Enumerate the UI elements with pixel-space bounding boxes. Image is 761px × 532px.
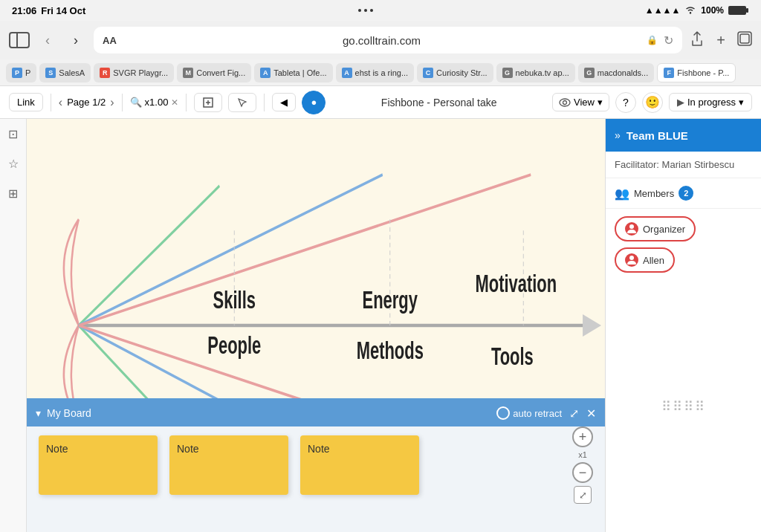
svg-text:Skills: Skills: [213, 287, 256, 314]
zoom-close-button[interactable]: ✕: [171, 97, 178, 108]
tab-tableta[interactable]: A Tableta | Ofe...: [254, 63, 332, 82]
team-header: » Team BLUE: [606, 119, 761, 152]
back-button[interactable]: ‹: [37, 30, 58, 51]
forward-button[interactable]: ›: [65, 30, 86, 51]
separator4: [264, 94, 265, 111]
main-layout: ⊡ ☆ ⊞: [0, 119, 761, 532]
zoom-in-button[interactable]: +: [572, 426, 593, 447]
zoom-level-label: x1: [578, 450, 587, 459]
members-icon: 👥: [615, 186, 629, 201]
progress-chevron-icon: ▾: [739, 97, 744, 108]
close-board-button[interactable]: ✕: [586, 406, 596, 421]
bookmark-icon[interactable]: ☆: [4, 155, 22, 172]
lock-icon: 🔒: [647, 35, 658, 45]
prev-button[interactable]: ◀: [272, 93, 296, 111]
page-info: Page 1/2: [67, 97, 106, 108]
sidebar-toggle[interactable]: [9, 32, 30, 48]
members-label: Members: [634, 188, 674, 199]
tab-nebuka[interactable]: G nebuka.tv ap...: [496, 63, 575, 82]
image-icon[interactable]: ⊞: [4, 184, 22, 202]
svg-rect-4: [740, 34, 749, 43]
address-bar[interactable]: AA go.colltrain.com 🔒 ↻: [94, 27, 682, 53]
select-tool-button[interactable]: [228, 93, 256, 112]
new-tab-button[interactable]: +: [716, 32, 725, 49]
separator: [51, 94, 51, 111]
sticky-note-2[interactable]: Note: [169, 435, 288, 495]
drag-handle-area: ⠿⠿⠿⠿: [606, 280, 761, 532]
svg-text:Methods: Methods: [357, 337, 424, 365]
in-progress-button[interactable]: ▶ In progress ▾: [669, 93, 752, 111]
auto-retract-toggle[interactable]: auto retract: [496, 406, 562, 420]
content-area: Skills Energy Motivation People Methods …: [27, 119, 605, 532]
person-icon: [626, 255, 637, 265]
next-page-button[interactable]: ›: [110, 96, 114, 109]
tab-curiosity[interactable]: C Curiosity Str...: [417, 63, 493, 82]
emoji-button[interactable]: 🙂: [642, 92, 663, 113]
svg-text:Motivation: Motivation: [475, 270, 557, 297]
member-pill-allen[interactable]: Allen: [615, 247, 675, 273]
fishbone-diagram: Skills Energy Motivation People Methods …: [27, 119, 605, 532]
auto-retract-circle[interactable]: [496, 406, 510, 420]
tab-favicon: F: [664, 68, 674, 78]
sticky-note-label: Note: [46, 443, 68, 455]
prev-page-button[interactable]: ‹: [59, 96, 62, 109]
pages-icon[interactable]: ⊡: [4, 125, 22, 143]
view-chevron-icon: ▾: [598, 97, 603, 108]
link-button[interactable]: Link: [9, 93, 43, 111]
url-display: go.colltrain.com: [123, 34, 641, 47]
zoom-icon: 🔍: [130, 97, 142, 108]
separator2: [122, 94, 123, 111]
svg-point-0: [690, 12, 691, 13]
expand-board-button[interactable]: ⤢: [569, 406, 579, 421]
play-center-button[interactable]: ●: [302, 91, 326, 114]
members-row: 👥 Members 2: [606, 178, 761, 209]
tab-favicon: A: [260, 68, 271, 78]
signal-icon: ▲▲▲▲: [645, 5, 681, 16]
tab-favicon: G: [584, 68, 595, 78]
tab-convert[interactable]: M Convert Fig...: [177, 63, 251, 82]
tab-fishbone[interactable]: F Fishbone - P...: [657, 63, 736, 82]
auto-retract-label: auto retract: [513, 408, 562, 419]
fit-page-button[interactable]: [194, 93, 222, 112]
tab-favicon: M: [183, 68, 193, 78]
battery-display: 100%: [701, 5, 724, 16]
help-button[interactable]: ?: [615, 92, 636, 113]
tab-favicon: R: [100, 68, 110, 78]
tab-ehst[interactable]: A ehst is a ring...: [336, 63, 415, 82]
share-button[interactable]: [690, 30, 705, 51]
eye-icon: [559, 98, 571, 107]
expand-button[interactable]: ⤢: [574, 486, 592, 504]
team-name: Team BLUE: [626, 129, 752, 142]
status-bar: 21:06 Fri 14 Oct ▲▲▲▲ 100%: [0, 0, 761, 21]
tab-salesA2[interactable]: S SalesA: [39, 63, 91, 82]
tab-salesA[interactable]: P P: [6, 63, 36, 82]
board-zoom-controls: + x1 − ⤢: [572, 426, 593, 504]
sticky-note-1[interactable]: Note: [39, 435, 158, 495]
tab-favicon: G: [502, 68, 513, 78]
tab-svgr[interactable]: R SVGR Playgr...: [94, 63, 174, 82]
zoom-control: 🔍 x1.00 ✕: [130, 97, 179, 108]
member-pill-organizer[interactable]: Organizer: [615, 216, 696, 241]
tab-favicon: S: [45, 68, 56, 78]
svg-rect-2: [746, 8, 748, 13]
svg-text:Energy: Energy: [363, 287, 418, 314]
view-button[interactable]: View ▾: [552, 93, 609, 111]
zoom-level: x1.00: [145, 97, 169, 108]
my-board-content: Note Note Note + x1 − ⤢: [27, 426, 605, 504]
reload-button[interactable]: ↻: [664, 33, 673, 48]
tab-macdonalds[interactable]: G macdonalds...: [578, 63, 654, 82]
reader-mode-button[interactable]: AA: [103, 35, 117, 46]
svg-point-8: [560, 99, 570, 106]
allen-label: Allen: [643, 255, 664, 266]
sticky-note-3[interactable]: Note: [300, 435, 419, 495]
my-board-chevron-icon[interactable]: ▾: [36, 407, 41, 419]
page-navigation: ‹ Page 1/2 ›: [59, 96, 114, 109]
date-display: Fri 14 Oct: [41, 5, 85, 16]
drag-handle-icon: ⠿⠿⠿⠿: [661, 398, 706, 415]
panel-chevron-icon[interactable]: »: [615, 129, 621, 141]
tab-favicon: C: [423, 68, 433, 78]
tabs-overview-button[interactable]: [737, 31, 752, 50]
svg-text:Tools: Tools: [491, 343, 534, 370]
svg-rect-1: [728, 6, 746, 15]
zoom-out-button[interactable]: −: [572, 462, 593, 483]
